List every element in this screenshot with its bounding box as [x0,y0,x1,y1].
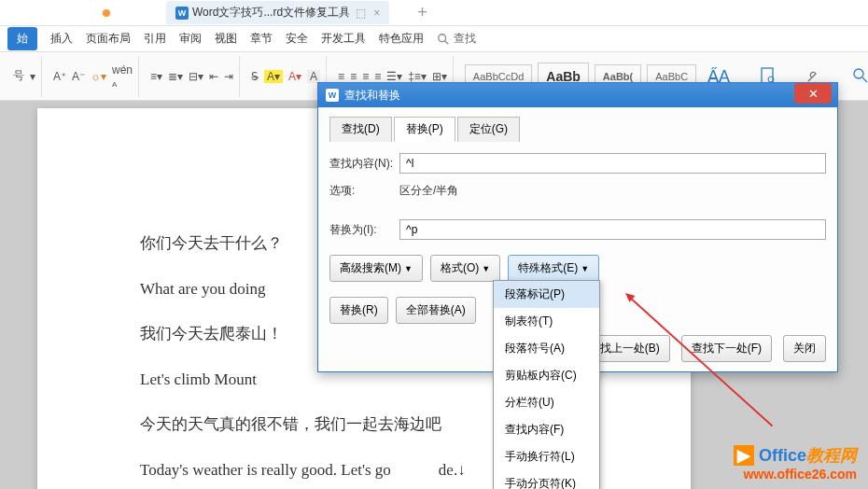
menu-item-paragraph-symbol[interactable]: 段落符号(A) [494,335,599,362]
svg-point-4 [854,69,863,78]
menu-item-manual-page-break[interactable]: 手动分页符(K) [494,470,599,489]
change-case-icon[interactable]: ☼▾ [91,70,106,83]
search-icon [437,33,450,46]
menu-item-clipboard[interactable]: 剪贴板内容(C) [494,362,599,389]
strikethrough-icon[interactable]: S̶ [251,70,259,83]
watermark: ▶ Office教程网 www.office26.com [734,444,857,482]
menu-start[interactable]: 始 [7,27,37,50]
new-tab-button[interactable]: + [417,3,427,22]
options-row: 选项: 区分全/半角 [329,183,826,199]
menu-item-column-break[interactable]: 分栏符(U) [494,389,599,416]
find-row: 查找内容(N): [329,153,826,174]
shading-icon[interactable]: A [307,70,320,83]
replace-input[interactable] [399,219,826,240]
watermark-brand-icon: ▶ [734,445,754,466]
menu-item-manual-line-break[interactable]: 手动换行符(L) [494,443,599,470]
dialog-close-button[interactable]: ✕ [794,83,832,104]
options-value: 区分全/半角 [399,183,458,199]
font-size-label: 号 [13,68,24,84]
special-format-button[interactable]: 特殊格式(E)▼ [508,255,599,282]
tab-goto[interactable]: 定位(G) [457,117,520,142]
titlebar: W Word文字技巧...rd文件修复工具 ⬚ × + [0,0,868,26]
font-dropdown-icon[interactable]: ▾ [30,70,35,83]
replace-row: 替换为(I): [329,219,826,240]
menu-review[interactable]: 审阅 [179,31,202,47]
dialog-tabs: 查找(D) 替换(P) 定位(G) [329,117,826,142]
watermark-text-2: 教程网 [806,446,857,465]
font-style-group: A⁺ A⁻ ☼▾ wénA [48,56,139,97]
menu-layout[interactable]: 页面布局 [86,31,131,47]
advanced-search-button[interactable]: 高级搜索(M)▼ [329,255,423,282]
list-group: ≡▾ ≣▾ ⊟▾ ⇤ ⇥ [145,56,240,97]
distribute-icon[interactable]: ☰▾ [386,70,402,83]
borders-icon[interactable]: ⊞▾ [432,70,447,83]
menu-search[interactable]: 查找 [437,31,476,47]
decrease-font-icon[interactable]: A⁻ [72,70,85,83]
close-button[interactable]: 关闭 [783,335,826,362]
svg-rect-2 [762,68,773,83]
align-center-icon[interactable]: ≡ [350,70,357,83]
align-right-icon[interactable]: ≡ [362,70,369,83]
font-color-icon[interactable]: A▾ [288,70,301,83]
decrease-indent-icon[interactable]: ⇤ [209,70,218,83]
dialog-titlebar[interactable]: W 查找和替换 ✕ [318,83,837,107]
dialog-title-text: 查找和替换 [344,88,400,104]
increase-indent-icon[interactable]: ⇥ [224,70,233,83]
menu-security[interactable]: 安全 [286,31,308,47]
menu-special[interactable]: 特色应用 [379,31,424,47]
find-next-button[interactable]: 查找下一处(F) [681,335,772,362]
options-label: 选项: [329,183,399,199]
menu-view[interactable]: 视图 [215,31,237,47]
doc-tab-label: Word文字技巧...rd文件修复工具 [192,5,350,21]
watermark-text-1: Office [759,446,806,465]
find-label: 查找内容(N): [329,156,399,172]
watermark-url: www.office26.com [734,467,857,482]
close-tab-icon[interactable]: × [373,7,380,20]
replace-all-button[interactable]: 全部替换(A) [396,297,476,324]
button-row-1: 高级搜索(M)▼ 格式(O)▼ 特殊格式(E)▼ [329,255,826,282]
replace-label: 替换为(I): [329,222,399,238]
highlight-icon[interactable]: A▾ [264,70,283,83]
align-justify-icon[interactable]: ≡ [374,70,381,83]
menu-insert[interactable]: 插入 [50,31,73,47]
menu-chapter[interactable]: 章节 [250,31,273,47]
chevron-down-icon: ▼ [581,264,589,273]
multilevel-list-icon[interactable]: ⊟▾ [189,70,203,83]
word-icon: W [326,89,339,102]
doc-status-icon: ⬚ [356,7,366,20]
font-format-group: S̶ A▾ A▾ A [245,56,327,97]
menu-references[interactable]: 引用 [144,31,166,47]
svg-line-5 [862,77,867,82]
increase-font-icon[interactable]: A⁺ [53,70,66,83]
document-tab[interactable]: W Word文字技巧...rd文件修复工具 ⬚ × [166,1,389,24]
menu-item-find-content[interactable]: 查找内容(F) [494,416,599,443]
zoom-icon[interactable] [851,66,868,85]
font-size-group: 号 ▾ [7,56,42,97]
svg-line-1 [445,40,449,44]
chevron-down-icon: ▼ [404,264,413,273]
bullet-list-icon[interactable]: ≡▾ [150,70,162,83]
word-icon: W [175,7,189,20]
find-input[interactable] [399,153,826,174]
tab-find[interactable]: 查找(D) [329,117,392,142]
svg-point-0 [439,34,446,41]
menubar: 始 插入 页面布局 引用 审阅 视图 章节 安全 开发工具 特色应用 查找 [0,26,868,52]
special-format-menu: 段落标记(P) 制表符(T) 段落符号(A) 剪贴板内容(C) 分栏符(U) 查… [493,280,600,489]
format-button[interactable]: 格式(O)▼ [430,255,500,282]
tab-replace[interactable]: 替换(P) [394,117,455,142]
align-left-icon[interactable]: ≡ [338,70,344,83]
chevron-down-icon: ▼ [482,264,490,273]
menu-item-paragraph-mark[interactable]: 段落标记(P) [494,281,599,308]
number-list-icon[interactable]: ≣▾ [168,70,183,83]
menu-item-tab[interactable]: 制表符(T) [494,308,599,335]
pinyin-icon[interactable]: wénA [112,63,133,90]
replace-button[interactable]: 替换(R) [329,297,388,324]
menu-devtools[interactable]: 开发工具 [321,31,366,47]
modified-indicator [103,9,110,17]
line-spacing-icon[interactable]: ‡≡▾ [408,70,427,83]
